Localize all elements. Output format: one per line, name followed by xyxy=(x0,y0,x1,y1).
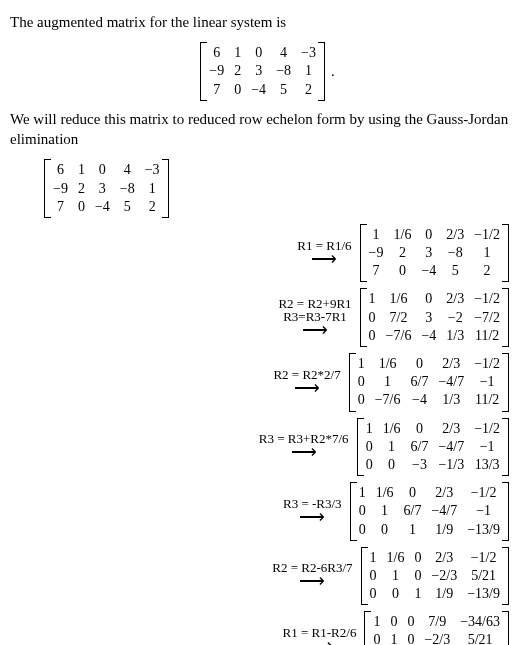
arrow-icon: ⟶ xyxy=(294,379,320,397)
steps-container: R1 = R1/6⟶11/602/3−1/2−923−8170−452R2 = … xyxy=(10,222,521,645)
matrix-cell: 0 xyxy=(358,391,365,409)
matrix-cell: 1/6 xyxy=(386,290,412,308)
matrix-cell: 1/6 xyxy=(376,484,394,502)
matrix-cell: −8 xyxy=(276,62,291,80)
matrix-cell: 0 xyxy=(366,456,373,474)
matrix-cell: 0 xyxy=(383,456,401,474)
matrix-cell: −3 xyxy=(301,44,316,62)
matrix-cell: 2 xyxy=(394,244,412,262)
matrix-cell: 2/3 xyxy=(431,484,457,502)
matrix-cell: −4 xyxy=(421,262,436,280)
matrix-cell: 0 xyxy=(370,567,377,585)
matrix-cell: −8 xyxy=(446,244,464,262)
matrix-cell: −1 xyxy=(474,373,500,391)
step-matrix: 11/602/3−1/2016/7−4/7−10011/9−13/9 xyxy=(350,482,509,541)
matrix-cell: 1 xyxy=(390,631,397,645)
row-operation: R2 = R2*2/7⟶ xyxy=(273,368,340,397)
matrix-cell: 1/9 xyxy=(431,585,457,603)
matrix-cell: −34/63 xyxy=(460,613,500,631)
arrow-icon: ⟶ xyxy=(291,443,317,461)
matrix-cell: −7/2 xyxy=(474,309,500,327)
matrix-cell: 3 xyxy=(421,309,436,327)
step-matrix: 1007/9−34/63010−2/35/210011/9−13/9 xyxy=(364,611,509,645)
matrix-cell: 6/7 xyxy=(411,373,429,391)
matrix-cell: −4 xyxy=(421,327,436,345)
row-operation: R2 = R2+9R1 R3=R3-7R1⟶ xyxy=(278,297,351,339)
matrix-cell: 7 xyxy=(53,198,68,216)
matrix-cell: −4/7 xyxy=(438,373,464,391)
matrix-cell: 6 xyxy=(209,44,224,62)
matrix-cell: 5 xyxy=(276,81,291,99)
matrix-cell: −3 xyxy=(411,456,429,474)
matrix-cell: 6/7 xyxy=(404,502,422,520)
matrix-cell: 2 xyxy=(301,81,316,99)
matrix-cell: 1 xyxy=(474,244,500,262)
reduction-step: R3 = R3+R2*7/6⟶11/602/3−1/2016/7−4/7−100… xyxy=(40,416,521,479)
row-operation: R3 = -R3/3⟶ xyxy=(283,497,342,526)
row-operation: R1 = R1-R2/6⟶ xyxy=(283,626,357,645)
matrix-cell: 6 xyxy=(53,161,68,179)
matrix-cell: 1 xyxy=(369,226,384,244)
matrix-cell: 6/7 xyxy=(411,438,429,456)
matrix-cell: 2/3 xyxy=(431,549,457,567)
matrix-cell: 0 xyxy=(95,161,110,179)
matrix-cell: −1/2 xyxy=(474,420,500,438)
matrix-cell: 0 xyxy=(414,549,421,567)
matrix-cell: 2/3 xyxy=(446,290,464,308)
matrix-cell: 7 xyxy=(369,262,384,280)
arrow-icon: ⟶ xyxy=(307,637,333,645)
matrix-cell: 5 xyxy=(120,198,135,216)
matrix-cell: −1/2 xyxy=(474,290,500,308)
matrix-cell: −4 xyxy=(95,198,110,216)
matrix-cell: 1 xyxy=(359,484,366,502)
matrix-cell: 7 xyxy=(209,81,224,99)
matrix-cell: 1/6 xyxy=(387,549,405,567)
matrix-cell: 0 xyxy=(407,613,414,631)
reduction-step: R2 = R2+9R1 R3=R3-7R1⟶11/602/3−1/207/23−… xyxy=(40,286,521,349)
matrix-cell: −7/6 xyxy=(386,327,412,345)
matrix-cell: 1 xyxy=(234,44,241,62)
matrix-cell: 1 xyxy=(78,161,85,179)
matrix-cell: 0 xyxy=(414,567,421,585)
reduction-step: R2 = R2-6R3/7⟶11/602/3−1/2010−2/35/21001… xyxy=(40,545,521,608)
augmented-matrix: 6104−3−923−8170−452 xyxy=(200,42,325,101)
matrix-cell: 1/9 xyxy=(431,521,457,539)
matrix-cell: 0 xyxy=(366,438,373,456)
matrix-cell: −9 xyxy=(369,244,384,262)
reduction-step: R2 = R2*2/7⟶11/602/3−1/2016/7−4/7−10−7/6… xyxy=(40,351,521,414)
matrix-cell: 5/21 xyxy=(467,567,500,585)
matrix-cell: 2 xyxy=(78,180,85,198)
matrix-cell: 1/6 xyxy=(383,420,401,438)
matrix-cell: 0 xyxy=(404,484,422,502)
matrix-cell: −1/3 xyxy=(438,456,464,474)
matrix-cell: 1/3 xyxy=(438,391,464,409)
matrix-cell: 0 xyxy=(359,521,366,539)
matrix-cell: 0 xyxy=(369,309,376,327)
intro-text: The augmented matrix for the linear syst… xyxy=(10,12,521,32)
matrix-cell: −2/3 xyxy=(431,567,457,585)
matrix-cell: −1/2 xyxy=(474,226,500,244)
matrix-cell: 7/9 xyxy=(424,613,450,631)
step-matrix: 11/602/3−1/2016/7−4/7−10−7/6−41/311/2 xyxy=(349,353,509,412)
matrix-cell: −1/2 xyxy=(467,549,500,567)
matrix-cell: 4 xyxy=(120,161,135,179)
matrix-cell: 0 xyxy=(421,290,436,308)
matrix-cell: 0 xyxy=(359,502,366,520)
reduce-text: We will reduce this matrix to reduced ro… xyxy=(10,109,521,150)
matrix-cell: 0 xyxy=(394,262,412,280)
reduction-step: R1 = R1-R2/6⟶1007/9−34/63010−2/35/210011… xyxy=(40,609,521,645)
matrix-cell: 0 xyxy=(407,631,414,645)
augmented-matrix-block: 6104−3−923−8170−452 . xyxy=(10,40,521,103)
step-initial-matrix: 6104−3−923−8170−452 xyxy=(44,159,169,218)
matrix-cell: 0 xyxy=(390,613,397,631)
matrix-cell: 0 xyxy=(251,44,266,62)
matrix-cell: 1/3 xyxy=(446,327,464,345)
matrix-cell: 2 xyxy=(145,198,160,216)
matrix-cell: 1 xyxy=(387,567,405,585)
matrix-cell: −4/7 xyxy=(431,502,457,520)
matrix-cell: 1 xyxy=(370,549,377,567)
matrix-cell: 1 xyxy=(383,438,401,456)
matrix-cell: 0 xyxy=(411,355,429,373)
reduction-step: R3 = -R3/3⟶11/602/3−1/2016/7−4/7−10011/9… xyxy=(40,480,521,543)
arrow-icon: ⟶ xyxy=(311,250,337,268)
